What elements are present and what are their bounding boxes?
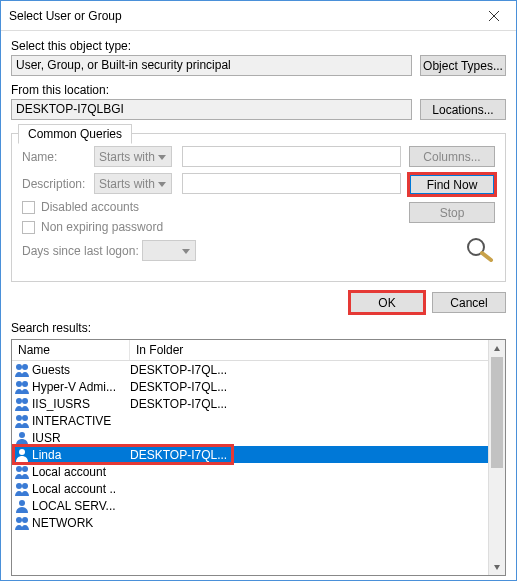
group-icon — [14, 413, 30, 429]
svg-point-18 — [19, 500, 25, 506]
object-types-button[interactable]: Object Types... — [420, 55, 506, 76]
result-name: Guests — [32, 363, 130, 377]
result-name: IIS_IUSRS — [32, 397, 130, 411]
svg-point-9 — [22, 398, 28, 404]
non-expiring-checkbox[interactable] — [22, 221, 35, 234]
columns-button[interactable]: Columns... — [409, 146, 495, 167]
result-row[interactable]: NETWORK — [12, 514, 505, 531]
name-input[interactable] — [182, 146, 401, 167]
description-input[interactable] — [182, 173, 401, 194]
days-since-logon-select[interactable] — [142, 240, 196, 261]
location-field: DESKTOP-I7QLBGI — [11, 99, 412, 120]
locations-button[interactable]: Locations... — [420, 99, 506, 120]
common-queries-group: Common Queries Name: Starts with Descrip… — [11, 133, 506, 282]
svg-point-14 — [16, 466, 22, 472]
svg-point-11 — [22, 415, 28, 421]
result-row[interactable]: IUSR — [12, 429, 505, 446]
close-button[interactable] — [471, 2, 516, 30]
svg-point-12 — [19, 432, 25, 438]
group-icon — [14, 379, 30, 395]
scrollbar[interactable] — [488, 340, 505, 575]
tab-common-queries[interactable]: Common Queries — [18, 124, 132, 144]
window-title: Select User or Group — [9, 9, 471, 23]
svg-marker-22 — [494, 565, 500, 570]
result-folder: DESKTOP-I7QL... — [130, 448, 505, 462]
description-label: Description: — [22, 177, 94, 191]
result-folder: DESKTOP-I7QL... — [130, 397, 505, 411]
days-since-logon-label: Days since last logon: — [22, 244, 142, 258]
result-row[interactable]: INTERACTIVE — [12, 412, 505, 429]
results-header: Name In Folder — [12, 340, 505, 361]
result-row[interactable]: Local account .. — [12, 480, 505, 497]
group-icon — [14, 515, 30, 531]
select-user-group-dialog: Select User or Group Select this object … — [0, 0, 517, 581]
result-row[interactable]: LOCAL SERV... — [12, 497, 505, 514]
group-icon — [14, 362, 30, 378]
svg-point-8 — [16, 398, 22, 404]
cancel-button[interactable]: Cancel — [432, 292, 506, 313]
description-matcher-select[interactable]: Starts with — [94, 173, 172, 194]
svg-point-7 — [22, 381, 28, 387]
object-type-label: Select this object type: — [11, 39, 506, 53]
result-row[interactable]: Local account — [12, 463, 505, 480]
svg-point-5 — [22, 364, 28, 370]
scroll-up-button[interactable] — [489, 340, 505, 357]
name-label: Name: — [22, 150, 94, 164]
result-row[interactable]: Hyper-V Admi...DESKTOP-I7QL... — [12, 378, 505, 395]
scroll-thumb[interactable] — [491, 357, 503, 468]
result-name: LOCAL SERV... — [32, 499, 130, 513]
result-name: Hyper-V Admi... — [32, 380, 130, 394]
svg-point-16 — [16, 483, 22, 489]
result-name: INTERACTIVE — [32, 414, 130, 428]
result-folder: DESKTOP-I7QL... — [130, 380, 505, 394]
result-name: NETWORK — [32, 516, 130, 530]
group-icon — [14, 481, 30, 497]
svg-point-20 — [22, 517, 28, 523]
result-name: Linda — [32, 448, 130, 462]
find-now-button[interactable]: Find Now — [409, 174, 495, 195]
result-row[interactable]: LindaDESKTOP-I7QL... — [12, 446, 505, 463]
user-icon — [14, 430, 30, 446]
object-type-field: User, Group, or Built-in security princi… — [11, 55, 412, 76]
column-header-name[interactable]: Name — [12, 340, 130, 360]
search-results-list: Name In Folder GuestsDESKTOP-I7QL...Hype… — [11, 339, 506, 576]
scroll-down-button[interactable] — [489, 558, 505, 575]
group-icon — [14, 464, 30, 480]
result-name: Local account — [32, 465, 130, 479]
result-folder: DESKTOP-I7QL... — [130, 363, 505, 377]
svg-point-10 — [16, 415, 22, 421]
ok-button[interactable]: OK — [350, 292, 424, 313]
disabled-accounts-label: Disabled accounts — [41, 200, 139, 214]
search-icon — [465, 236, 495, 265]
titlebar: Select User or Group — [1, 1, 516, 31]
name-matcher-select[interactable]: Starts with — [94, 146, 172, 167]
svg-point-13 — [19, 449, 25, 455]
svg-point-6 — [16, 381, 22, 387]
svg-point-15 — [22, 466, 28, 472]
result-name: Local account .. — [32, 482, 130, 496]
column-header-folder[interactable]: In Folder — [130, 340, 505, 360]
location-label: From this location: — [11, 83, 506, 97]
svg-line-3 — [482, 253, 491, 260]
svg-point-19 — [16, 517, 22, 523]
user-icon — [14, 447, 30, 463]
search-results-label: Search results: — [11, 321, 506, 335]
result-row[interactable]: GuestsDESKTOP-I7QL... — [12, 361, 505, 378]
svg-point-17 — [22, 483, 28, 489]
stop-button[interactable]: Stop — [409, 202, 495, 223]
non-expiring-label: Non expiring password — [41, 220, 163, 234]
result-row[interactable]: IIS_IUSRSDESKTOP-I7QL... — [12, 395, 505, 412]
result-name: IUSR — [32, 431, 130, 445]
svg-point-4 — [16, 364, 22, 370]
user-icon — [14, 498, 30, 514]
svg-marker-21 — [494, 346, 500, 351]
group-icon — [14, 396, 30, 412]
disabled-accounts-checkbox[interactable] — [22, 201, 35, 214]
